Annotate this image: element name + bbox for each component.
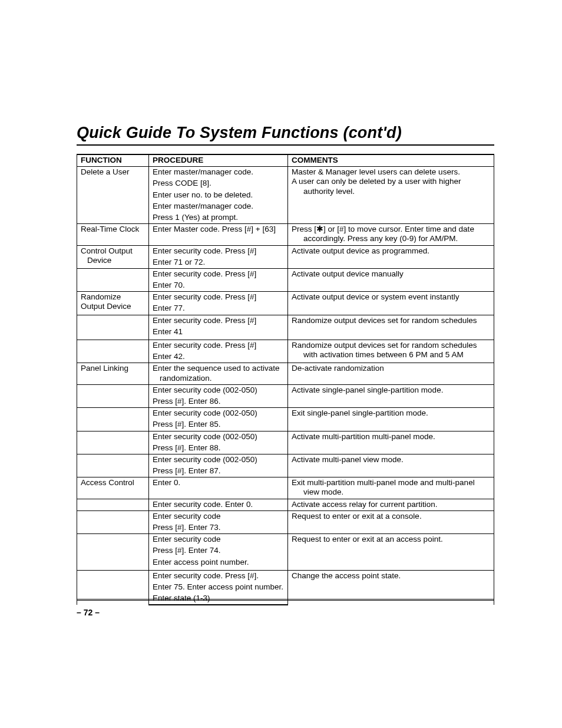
cell-procedure: Enter security code — [149, 510, 288, 522]
cell-procedure: Enter security code — [149, 534, 288, 546]
cell-procedure: Press [#]. Enter 73. — [149, 522, 288, 534]
cell-procedure: Enter 0. — [149, 477, 288, 499]
cell-comments: Exit single-panel single-partition mode. — [288, 408, 494, 431]
cell-procedure: Enter 70. — [149, 280, 288, 292]
table-row: Delete a User Enter master/manager code.… — [77, 167, 494, 179]
page-number: – 72 – — [77, 608, 100, 617]
cell-procedure: Press [#]. Enter 74. — [149, 545, 288, 556]
header-comments: COMMENTS — [288, 154, 494, 167]
cell-function: Control Output Device — [77, 245, 149, 268]
cell-comments: Request to enter or exit at an access po… — [288, 534, 494, 571]
functions-table: FUNCTION PROCEDURE COMMENTS Delete a Use… — [77, 154, 494, 605]
table-row: Enter security code Request to enter or … — [77, 534, 494, 546]
cell-procedure: Enter security code. Press [#] — [149, 340, 288, 352]
table-row: Enter security code (002-050) Activate s… — [77, 384, 494, 396]
cell-procedure: Press [#]. Enter 85. — [149, 419, 288, 431]
text: Randomize output devices set for random … — [292, 341, 490, 360]
cell-function: Panel Linking — [77, 363, 149, 384]
cell-procedure: Enter 71 or 72. — [149, 257, 288, 269]
header-function: FUNCTION — [77, 154, 149, 167]
cell-procedure: Enter security code. Press [#] — [149, 245, 288, 257]
cell-procedure: Enter Master code. Press [#] + [63] — [149, 224, 288, 245]
page-footer: – 72 – — [77, 599, 494, 617]
cell-function — [77, 408, 149, 431]
table-header-row: FUNCTION PROCEDURE COMMENTS — [77, 154, 494, 167]
cell-function — [77, 340, 149, 363]
text: Master & Manager level users can delete … — [292, 167, 490, 177]
page: Quick Guide To System Functions (cont'd)… — [0, 0, 562, 728]
cell-procedure: Enter master/manager code. — [149, 167, 288, 179]
cell-comments: De-activate randomization — [288, 363, 494, 384]
cell-comments: Activate multi-partition multi-panel mod… — [288, 431, 494, 454]
cell-function — [77, 268, 149, 291]
table-row: Access Control Enter 0. Exit multi-parti… — [77, 477, 494, 499]
cell-function — [77, 315, 149, 340]
table-row: Enter security code (002-050) Activate m… — [77, 454, 494, 466]
cell-procedure: Enter security code (002-050) — [149, 431, 288, 443]
cell-procedure: Press [#]. Enter 87. — [149, 466, 288, 477]
cell-function — [77, 454, 149, 477]
text: Exit multi-partition multi-panel mode an… — [292, 478, 490, 497]
cell-procedure: Enter master/manager code. — [149, 201, 288, 212]
cell-procedure: Enter 77. — [149, 303, 288, 315]
table-row: Enter security code. Press [#] Activate … — [77, 268, 494, 280]
text: Output Device — [81, 302, 145, 311]
text: Enter 75. Enter access point number. — [153, 582, 284, 592]
text: A user can only be deleted by a user wit… — [292, 177, 490, 196]
cell-procedure: Press [#]. Enter 86. — [149, 396, 288, 408]
cell-procedure: Enter security code (002-050) — [149, 408, 288, 420]
cell-comments: Activate access relay for current partit… — [288, 499, 494, 510]
text: Randomize — [81, 292, 145, 302]
cell-procedure: Enter security code. Press [#] — [149, 268, 288, 280]
table-row: Enter security code. Press [#] Randomize… — [77, 315, 494, 327]
cell-function: Access Control — [77, 477, 149, 499]
table-row: Enter security code. Press [#] Randomize… — [77, 340, 494, 352]
cell-comments: Activate output device or system event i… — [288, 292, 494, 315]
cell-comments: Master & Manager level users can delete … — [288, 167, 494, 224]
cell-function: Real-Time Clock — [77, 224, 149, 245]
text: Delete a User — [81, 167, 145, 177]
table-row: Enter security code. Press [#]. Change t… — [77, 570, 494, 582]
cell-comments: Randomize output devices set for random … — [288, 340, 494, 363]
table-row: Control Output Device Enter security cod… — [77, 245, 494, 257]
cell-procedure: Enter 42. — [149, 351, 288, 363]
cell-procedure: Enter security code (002-050) — [149, 384, 288, 396]
cell-procedure: Enter 41 — [149, 327, 288, 338]
text: Randomize output devices set for random … — [292, 316, 490, 325]
text: Control Output — [81, 246, 145, 256]
table-row: Enter security code (002-050) Exit singl… — [77, 408, 494, 420]
cell-procedure: Enter security code. Press [#]. — [149, 570, 288, 582]
cell-function: Randomize Output Device — [77, 292, 149, 315]
cell-comments: Exit multi-partition multi-panel mode an… — [288, 477, 494, 499]
cell-procedure: Enter security code. Press [#] — [149, 315, 288, 327]
header-procedure: PROCEDURE — [149, 154, 288, 167]
cell-comments: Request to enter or exit at a console. — [288, 510, 494, 533]
text: Enter the sequence used to activate rand… — [153, 364, 284, 383]
cell-comments: Activate single-panel single-partition m… — [288, 384, 494, 407]
cell-procedure: Press CODE [8]. — [149, 178, 288, 189]
cell-procedure: Enter 75. Enter access point number. — [149, 582, 288, 593]
cell-comments: Activate output device manually — [288, 268, 494, 291]
cell-comments: Randomize output devices set for random … — [288, 315, 494, 340]
table-row: Real-Time Clock Enter Master code. Press… — [77, 224, 494, 245]
cell-procedure: Enter user no. to be deleted. — [149, 190, 288, 201]
table-row: Enter security code Request to enter or … — [77, 510, 494, 522]
cell-comments: Activate multi-panel view mode. — [288, 454, 494, 477]
cell-procedure: Press 1 (Yes) at prompt. — [149, 212, 288, 224]
table-row: Randomize Output Device Enter security c… — [77, 292, 494, 304]
cell-function — [77, 534, 149, 571]
cell-procedure: Enter security code. Enter 0. — [149, 499, 288, 510]
page-title: Quick Guide To System Functions (cont'd) — [77, 124, 494, 146]
cell-procedure: Enter access point number. — [149, 557, 288, 568]
cell-function — [77, 431, 149, 454]
cell-procedure: Enter security code. Press [#] — [149, 292, 288, 304]
cell-procedure: Press [#]. Enter 88. — [149, 443, 288, 454]
cell-function — [77, 499, 149, 510]
cell-function: Delete a User — [77, 167, 149, 224]
text: Press [✱] or [#] to move cursor. Enter t… — [292, 225, 490, 243]
cell-function — [77, 510, 149, 533]
text: Device — [81, 256, 145, 265]
cell-function — [77, 384, 149, 407]
cell-comments: Press [✱] or [#] to move cursor. Enter t… — [288, 224, 494, 245]
table-row: Enter security code (002-050) Activate m… — [77, 431, 494, 443]
